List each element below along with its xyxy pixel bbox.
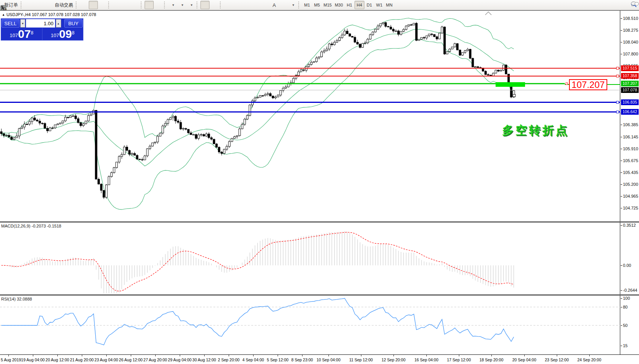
turning-point-annotation[interactable]: 多空转折点 [502,123,569,138]
sell-price-point: 8 [31,26,33,39]
price-tag: 106.835 [621,99,639,105]
toolbar-grip [21,2,23,8]
time-axis-label: 26 Aug 12:00 [119,358,143,362]
rsi-tick-label: 15 [623,343,628,348]
rsi-indicator-label: RSI(14) 32.0888 [1,297,32,301]
toolbar-grip [197,2,198,8]
time-axis-label: 20 Sep 04:00 [512,358,536,362]
price-level-box[interactable]: 107.207 [569,79,607,90]
price-tag: 107.207 [621,81,639,86]
timeframe-m15-button[interactable]: M15 [322,1,333,9]
line-handle[interactable] [566,83,568,85]
chart-shift-button[interactable] [154,1,163,9]
chart-plot-area[interactable] [0,11,620,364]
price-tag: 107.078 [621,87,639,93]
dropdown-caret: ▼ [190,3,193,7]
crosshair-tool-button[interactable] [210,1,219,9]
price-tick-label: 107.800 [623,52,638,56]
panel-separator[interactable] [0,221,639,223]
timeframe-m5-button[interactable]: M5 [312,1,322,9]
periods-button[interactable]: ▼ [177,1,186,9]
zoom-in-button[interactable] [112,1,121,9]
time-axis-label: 17 Sep 12:00 [447,358,471,362]
time-axis-label: 5 Aug 2019 [1,358,21,362]
dropdown-caret: ▼ [292,3,295,7]
axis-tick [621,298,622,299]
time-axis-label: 24 Sep 20:00 [577,358,601,362]
sell-price-handle: 107 [10,32,18,39]
macd-tick-label: -0.2644 [623,288,637,292]
one-click-trading-panel: SELL ▼ 1.00 ▲ BUY 107078 107098 [1,18,83,41]
buy-price-pips: 09 [59,29,72,39]
timeframe-h4-button[interactable]: H4 [354,1,364,9]
macd-tick-label: 0.00 [623,263,631,268]
sell-button[interactable]: SELL [2,19,20,28]
collapse-triangle-icon[interactable]: ▲ [2,13,5,16]
dropdown-caret: ▼ [181,3,184,7]
auto-scroll-button[interactable] [145,1,154,9]
price-box-connector [607,84,620,85]
autotrading-button[interactable]: 自动交易 [52,1,75,9]
timeframe-w1-button[interactable]: W1 [374,1,384,9]
timeframe-m30-button[interactable]: M30 [333,1,344,9]
timeframe-mn-button[interactable]: MN [384,1,394,9]
axis-tick [621,54,622,54]
axis-tick [621,30,622,31]
trendline-tool-button[interactable] [242,1,251,9]
text-tool-button[interactable]: A [270,1,279,9]
tile-windows-button[interactable] [130,1,140,9]
toolbar-grip [164,2,166,8]
time-axis-tick [278,355,278,356]
time-axis[interactable]: 5 Aug 201919 Aug 04:0020 Aug 12:0021 Aug… [0,355,639,364]
time-axis-label: 5 Sep 12:00 [267,358,289,362]
axis-tick [621,161,622,161]
arrows-tool-button[interactable]: ▼ [288,1,297,9]
sell-price-display[interactable]: 107078 [1,28,42,40]
time-axis-tick [302,355,302,356]
toolbar-grip [141,2,143,8]
signals-button[interactable] [43,1,52,9]
time-axis-tick [393,355,394,356]
volume-down-button[interactable]: ▼ [20,19,26,28]
axis-tick [621,346,622,346]
zoom-out-button[interactable] [121,1,130,9]
community-button[interactable] [34,1,43,9]
time-axis-tick [557,355,557,356]
time-axis-label: 23 Sep 12:00 [545,358,569,362]
label-tool-button[interactable]: T [279,1,288,9]
macd-canvas[interactable] [0,223,620,294]
axis-tick [621,307,622,307]
price-axis[interactable]: 108.510108.275108.040107.800107.565107.3… [621,11,639,364]
panel-separator[interactable] [0,294,639,296]
axis-tick [621,172,622,173]
price-chart-canvas[interactable] [0,11,620,221]
history-button[interactable] [24,1,34,9]
rsi-canvas[interactable] [0,296,620,354]
timeframe-m1-button[interactable]: M1 [302,1,312,9]
time-axis-tick [524,355,525,356]
axis-tick [621,196,622,197]
price-tick-label: 104.965 [623,194,638,198]
indicators-button[interactable]: ▼ [168,1,177,9]
volume-up-button[interactable]: ▲ [56,19,61,28]
vertical-line-tool-button[interactable] [224,1,233,9]
timeframe-d1-button[interactable]: D1 [364,1,374,9]
channel-tool-button[interactable]: E [251,1,260,9]
buy-price-handle: 107 [51,32,59,39]
bar-chart-button[interactable] [80,1,89,9]
axis-tick [621,325,622,326]
time-axis-label: 4 Sep 04:00 [242,358,264,362]
fibonacci-tool-button[interactable]: F [260,1,270,9]
line-chart-button[interactable] [98,1,107,9]
time-axis-separator [0,354,639,355]
cursor-tool-button[interactable] [200,1,210,9]
candlestick-button[interactable] [89,1,98,9]
horizontal-line-tool-button[interactable] [233,1,242,9]
buy-price-point: 8 [72,26,75,39]
templates-button[interactable]: ▼ [186,1,195,9]
time-axis-label: 18 Sep 20:00 [480,358,503,362]
buy-price-display[interactable]: 107098 [42,28,83,40]
timeframe-h1-button[interactable]: H1 [345,1,354,9]
time-axis-tick [589,355,590,356]
axis-tick [621,18,622,19]
